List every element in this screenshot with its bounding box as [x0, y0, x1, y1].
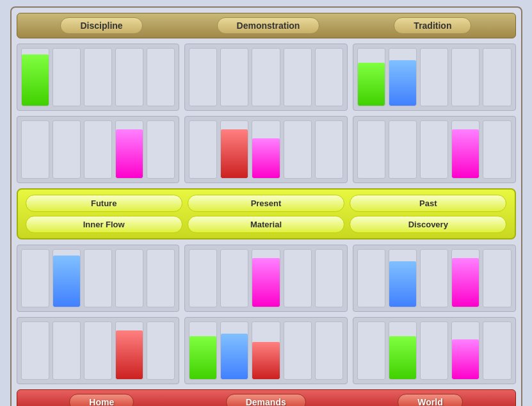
bar-slot [21, 249, 49, 307]
header-pill-discipline: Discipline [60, 17, 142, 34]
label-col-future: Future Inner Flow [26, 195, 182, 233]
panel-box [184, 44, 348, 111]
bar-slot [189, 321, 217, 380]
bar-fill-red-tall [116, 330, 143, 379]
bar-slot [483, 120, 511, 179]
bar-slot [115, 321, 143, 380]
bar-slot [357, 120, 385, 179]
bar-slot [252, 120, 280, 179]
bar-slot [115, 249, 143, 307]
bar-slot [420, 249, 448, 307]
bar-fill-pink-tall [252, 258, 279, 307]
bar-slot [52, 120, 81, 179]
bar-slot [84, 48, 112, 106]
bar-slot [252, 321, 280, 380]
bar-slot [451, 120, 480, 179]
top-header: Discipline Demonstration Tradition [17, 13, 516, 38]
bar-slot [84, 321, 112, 380]
footer-pill-demands: Demands [226, 394, 306, 406]
bar-slot [357, 249, 385, 307]
bar-fill-red [252, 342, 279, 379]
bar-slot [52, 321, 81, 380]
bar-slot [252, 249, 280, 307]
bar-slot [315, 249, 343, 307]
bar-fill-green-tall [22, 54, 49, 106]
bar-slot [147, 120, 175, 179]
bar-slot [220, 249, 248, 307]
bar-slot [220, 321, 248, 380]
panel-box [353, 44, 516, 111]
bar-slot [357, 48, 385, 106]
panel-box [17, 44, 180, 111]
bar-slot [52, 249, 81, 307]
bar-fill-pink [452, 339, 479, 379]
panel-box [353, 317, 516, 384]
bar-slot [84, 249, 112, 307]
panel-box [184, 317, 348, 384]
bar-slot [189, 120, 217, 179]
bar-fill-pink [252, 138, 279, 178]
main-container: Discipline Demonstration Tradition Futur… [10, 6, 522, 406]
bar-slot [389, 120, 417, 179]
footer-pill-world: World [398, 394, 462, 406]
bar-slot [284, 48, 312, 106]
bar-slot [357, 321, 385, 380]
top-panels-area [17, 44, 516, 183]
panel-column [353, 44, 516, 183]
panel-box [184, 245, 348, 312]
bar-slot [451, 48, 480, 106]
bar-slot [284, 120, 312, 179]
panel-box [353, 245, 516, 312]
bar-slot [451, 249, 480, 307]
bar-slot [389, 321, 417, 380]
label-discovery: Discovery [350, 216, 506, 233]
bar-slot [483, 48, 511, 106]
bar-fill-blue [389, 261, 416, 307]
bar-slot [483, 249, 511, 307]
footer-pill-home: Home [69, 394, 134, 406]
bar-slot [115, 120, 143, 179]
panel-box [184, 116, 348, 183]
panel-column [353, 245, 516, 384]
bar-slot [84, 120, 112, 179]
bar-slot [389, 48, 417, 106]
bar-slot [284, 321, 312, 380]
bar-slot [389, 249, 417, 307]
bar-fill-pink-tall [452, 258, 479, 307]
bottom-panels-area [17, 245, 516, 384]
header-pill-tradition: Tradition [394, 17, 471, 34]
bar-fill-pink-tall [116, 129, 143, 178]
header-pill-demonstration: Demonstration [217, 17, 320, 34]
bar-slot [147, 249, 175, 307]
bar-slot [420, 321, 448, 380]
label-col-present: Present Material [188, 195, 344, 233]
bar-slot [52, 48, 81, 106]
panel-column [17, 44, 180, 183]
panel-column [17, 245, 180, 384]
bar-slot [220, 48, 248, 106]
bar-slot [252, 48, 280, 106]
bar-fill-red-tall [221, 129, 248, 178]
bar-slot [483, 321, 511, 380]
middle-labels: Future Inner Flow Present Material Past … [17, 188, 516, 240]
bar-slot [189, 48, 217, 106]
label-material: Material [188, 216, 344, 233]
bar-fill-green [358, 63, 385, 106]
bar-slot [220, 120, 248, 179]
bar-slot [420, 48, 448, 106]
bar-slot [21, 48, 49, 106]
bar-fill-blue [221, 334, 248, 379]
panel-box [353, 116, 516, 183]
label-inner-flow: Inner Flow [26, 216, 182, 233]
panel-box [17, 116, 180, 183]
bar-slot [21, 321, 49, 380]
bar-slot [420, 120, 448, 179]
label-col-past: Past Discovery [350, 195, 506, 233]
bar-fill-pink-tall [452, 129, 479, 178]
bar-fill-blue-tall [53, 256, 80, 307]
bottom-header: Home Demands World [17, 389, 516, 406]
bar-slot [315, 48, 343, 106]
label-present: Present [188, 195, 344, 212]
panel-column [184, 245, 348, 384]
panel-box [17, 317, 180, 384]
